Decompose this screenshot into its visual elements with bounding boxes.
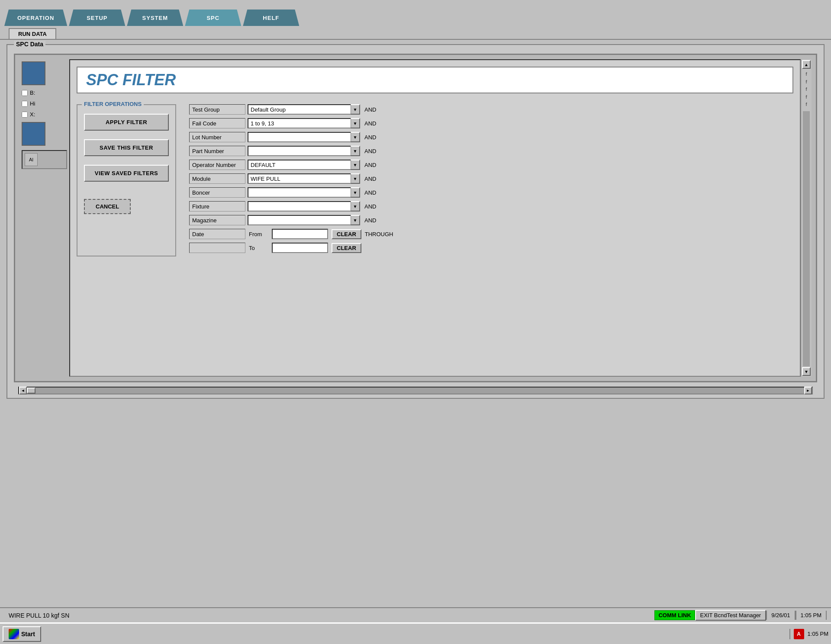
- taskbar-time: 1:05 PM: [808, 631, 828, 637]
- filter-ops-section: FILTER OPERATIONS APPLY FILTER SAVE THIS…: [77, 104, 793, 256]
- scroll-left-button[interactable]: ◄: [19, 387, 27, 394]
- from-label: From: [249, 231, 268, 237]
- scroll-right-button[interactable]: ►: [804, 387, 812, 394]
- and-test-group: AND: [364, 106, 377, 113]
- select-operator-number[interactable]: DEFAULT: [248, 160, 360, 170]
- select-wrapper-fixture: ▼: [248, 201, 360, 211]
- checkbox-x-label: X:: [30, 111, 35, 118]
- to-label: To: [249, 245, 268, 251]
- tab-spc[interactable]: SPC: [185, 10, 241, 26]
- and-fail-code: AND: [364, 120, 377, 127]
- right-scrollbar: ▲ f f f f f ▼: [801, 59, 812, 377]
- content-area: SPC FILTER FILTER OPERATIONS APPLY FILTE…: [69, 59, 801, 377]
- taskbar-right: A 1:05 PM: [789, 629, 828, 639]
- select-wrapper-module: WIFE PULL ▼: [248, 173, 360, 184]
- select-fail-code[interactable]: 1 to 9, 13: [248, 118, 360, 128]
- checkbox-x[interactable]: X:: [22, 111, 67, 118]
- small-panel-inner: Al: [22, 150, 67, 169]
- start-button[interactable]: Start: [3, 626, 41, 642]
- field-row-lot-number: Lot Number ▼ AND: [189, 132, 793, 142]
- select-module[interactable]: WIFE PULL: [248, 173, 360, 184]
- tab-operation[interactable]: OPERATION: [4, 10, 67, 26]
- checkbox-b[interactable]: B:: [22, 90, 67, 96]
- f-label-5: f: [805, 101, 807, 109]
- and-part-number: AND: [364, 148, 377, 154]
- select-part-number[interactable]: [248, 146, 360, 156]
- apply-filter-button[interactable]: APPLY FILTER: [84, 114, 169, 131]
- bottom-scroll-bar[interactable]: ◄ ►: [18, 387, 813, 394]
- select-magazine[interactable]: [248, 215, 360, 225]
- checkbox-hi-label: Hi: [30, 100, 35, 107]
- filter-ops-panel: FILTER OPERATIONS APPLY FILTER SAVE THIS…: [77, 104, 176, 256]
- field-label-part-number: Part Number: [189, 146, 245, 156]
- status-bar: WIRE PULL 10 kgf SN COMM LINK EXIT BcndT…: [0, 607, 831, 622]
- spc-filter-title: SPC FILTER: [86, 71, 176, 89]
- filter-fields: Test Group Default Group ▼ AND Fail Code: [189, 104, 793, 256]
- and-operator-number: AND: [364, 162, 377, 168]
- clear-to-button[interactable]: CLEAR: [332, 243, 361, 253]
- select-wrapper-test-group: Default Group ▼: [248, 104, 360, 115]
- field-label-test-group: Test Group: [189, 104, 245, 115]
- field-label-operator-number: Operator Number: [189, 160, 245, 170]
- status-time: 1:05 PM: [796, 611, 827, 620]
- main-area: SPC Data B: Hi X: Al: [6, 44, 825, 399]
- taskbar-app-icon: A: [794, 629, 804, 639]
- tab-system[interactable]: SYSTEM: [127, 10, 183, 26]
- field-label-lot-number: Lot Number: [189, 132, 245, 142]
- date-to-input[interactable]: [272, 243, 328, 253]
- select-wrapper-magazine: ▼: [248, 215, 360, 225]
- and-module: AND: [364, 176, 377, 182]
- comm-link-badge: COMM LINK: [654, 610, 695, 620]
- status-text: WIRE PULL 10 kgf SN: [4, 612, 654, 619]
- field-row-fixture: Fixture ▼ AND: [189, 201, 793, 211]
- f-labels: f f f f f: [805, 69, 807, 110]
- checkbox-b-label: B:: [30, 90, 35, 96]
- field-row-boncer: Boncer ▼ AND: [189, 187, 793, 198]
- through-label: THROUGH: [365, 231, 393, 237]
- select-lot-number[interactable]: [248, 132, 360, 142]
- date-label-spacer: [189, 243, 245, 253]
- filter-ops-label: FILTER OPERATIONS: [82, 101, 144, 107]
- sub-tab-run-data[interactable]: RUN DATA: [9, 28, 56, 39]
- taskbar: Start A 1:05 PM: [0, 622, 831, 644]
- date-row-to: To CLEAR: [189, 243, 793, 253]
- date-section: Date From CLEAR THROUGH To CLEAR: [189, 229, 793, 253]
- sub-tab-bar: RUN DATA: [0, 26, 831, 40]
- scroll-thumb[interactable]: [27, 388, 35, 394]
- checkbox-hi-input[interactable]: [22, 101, 28, 107]
- exit-button[interactable]: EXIT BcndTest Manager: [695, 610, 767, 621]
- f-label-2: f: [805, 78, 807, 86]
- tab-helf[interactable]: HELF: [243, 10, 299, 26]
- select-boncer[interactable]: [248, 187, 360, 198]
- select-wrapper-part-number: ▼: [248, 146, 360, 156]
- cancel-button[interactable]: CANCEL: [84, 199, 131, 214]
- checkbox-x-input[interactable]: [22, 112, 28, 118]
- scroll-up-button[interactable]: ▲: [802, 60, 811, 69]
- select-test-group[interactable]: Default Group: [248, 104, 360, 115]
- checkbox-b-input[interactable]: [22, 90, 28, 96]
- main-area-label: SPC Data: [14, 41, 45, 48]
- field-label-module: Module: [189, 173, 245, 184]
- field-row-test-group: Test Group Default Group ▼ AND: [189, 104, 793, 115]
- select-wrapper-lot-number: ▼: [248, 132, 360, 142]
- left-sidebar: B: Hi X: Al: [19, 59, 69, 377]
- view-filters-button[interactable]: VIEW SAVED FILTERS: [84, 165, 169, 182]
- checkbox-hi[interactable]: Hi: [22, 100, 67, 107]
- and-magazine: AND: [364, 217, 377, 224]
- scroll-down-button[interactable]: ▼: [802, 367, 811, 376]
- select-wrapper-operator-number: DEFAULT ▼: [248, 160, 360, 170]
- field-label-magazine: Magazine: [189, 215, 245, 225]
- f-label-3: f: [805, 86, 807, 93]
- top-nav: OPERATION SETUP SYSTEM SPC HELF: [0, 0, 831, 26]
- tab-setup[interactable]: SETUP: [69, 10, 125, 26]
- sidebar-blue-box-mid: [22, 122, 45, 146]
- clear-from-button[interactable]: CLEAR: [332, 229, 361, 239]
- date-from-input[interactable]: [272, 229, 328, 239]
- field-label-fixture: Fixture: [189, 201, 245, 211]
- select-fixture[interactable]: [248, 201, 360, 211]
- save-filter-button[interactable]: SAVE THIS FILTER: [84, 139, 169, 156]
- field-row-part-number: Part Number ▼ AND: [189, 146, 793, 156]
- field-row-operator-number: Operator Number DEFAULT ▼ AND: [189, 160, 793, 170]
- date-row-from: Date From CLEAR THROUGH: [189, 229, 793, 239]
- f-label-1: f: [805, 70, 807, 78]
